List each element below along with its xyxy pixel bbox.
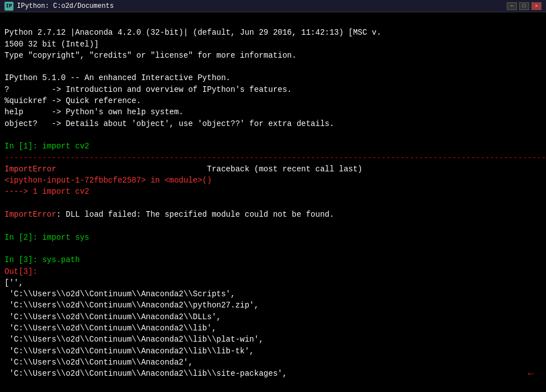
title-bar-controls[interactable]: ─ □ ✕ bbox=[507, 2, 542, 10]
line-1: Python 2.7.12 |Anaconda 4.2.0 (32-bit)| … bbox=[4, 28, 381, 37]
line-5: IPython 5.1.0 -- An enhanced Interactive… bbox=[4, 73, 230, 82]
line-6: ? -> Introduction and overview of IPytho… bbox=[4, 85, 291, 94]
close-button[interactable]: ✕ bbox=[531, 2, 542, 10]
syspath-2: 'C:\\Users\\o2d\\Continuum\\Anaconda2\\p… bbox=[4, 301, 259, 310]
syspath-1: 'C:\\Users\\o2d\\Continuum\\Anaconda2\\S… bbox=[4, 290, 235, 298]
line-2: 1500 32 bit (Intel)] bbox=[4, 40, 99, 49]
blank-2 bbox=[4, 130, 9, 139]
out-prompt-3: Out[3]: bbox=[4, 267, 38, 276]
dashed-line: ----------------------------------------… bbox=[4, 153, 546, 162]
error-header: ImportError Traceback (most recent call … bbox=[4, 165, 363, 174]
in-prompt-1: In [1]: import cv2 bbox=[4, 142, 89, 151]
blank-4 bbox=[4, 221, 9, 230]
line-3: Type "copyright", "credits" or "license"… bbox=[4, 51, 297, 60]
in-prompt-3: In [3]: sys.path bbox=[4, 255, 80, 264]
line-8: help -> Python's own help system. bbox=[4, 108, 183, 116]
blank-5 bbox=[4, 244, 9, 253]
line-7: %quickref -> Quick reference. bbox=[4, 96, 141, 105]
minimize-button[interactable]: ─ bbox=[507, 2, 517, 10]
syspath-4: 'C:\\Users\\o2d\\Continuum\\Anaconda2\\l… bbox=[4, 324, 216, 333]
syspath-3: 'C:\\Users\\o2d\\Continuum\\Anaconda2\\D… bbox=[4, 312, 221, 321]
line-9: object? -> Details about 'object', use '… bbox=[4, 119, 334, 128]
ipython-icon: IP bbox=[4, 2, 13, 11]
blank-1 bbox=[4, 62, 9, 71]
error-message: ImportError: DLL load failed: The specif… bbox=[4, 210, 334, 219]
red-arrow: ← bbox=[526, 366, 536, 381]
syspath-8-container: 'C:\\Users\\o2d\\Continuum\\Anaconda2\\l… bbox=[4, 368, 542, 379]
syspath-5: 'C:\\Users\\o2d\\Continuum\\Anaconda2\\l… bbox=[4, 335, 263, 344]
syspath-0: ['', bbox=[4, 278, 24, 287]
blank-3 bbox=[4, 199, 9, 208]
syspath-7: 'C:\\Users\\o2d\\Continuum\\Anaconda2', bbox=[4, 358, 193, 367]
terminal-content: Python 2.7.12 |Anaconda 4.2.0 (32-bit)| … bbox=[4, 28, 546, 392]
in-prompt-2: In [2]: import sys bbox=[4, 233, 89, 242]
title-bar-left: IP IPython: C:o2d/Documents bbox=[4, 2, 114, 11]
syspath-6: 'C:\\Users\\o2d\\Continuum\\Anaconda2\\l… bbox=[4, 347, 254, 356]
maximize-button[interactable]: □ bbox=[519, 2, 529, 10]
error-location: <ipython-input-1-72fbbcfe2587> in <modul… bbox=[4, 176, 212, 185]
syspath-8: 'C:\\Users\\o2d\\Continuum\\Anaconda2\\l… bbox=[4, 369, 287, 378]
terminal[interactable]: Python 2.7.12 |Anaconda 4.2.0 (32-bit)| … bbox=[0, 12, 546, 392]
window-title: IPython: C:o2d/Documents bbox=[17, 2, 114, 10]
title-bar: IP IPython: C:o2d/Documents ─ □ ✕ bbox=[0, 0, 546, 12]
error-arrow-line: ----> 1 import cv2 bbox=[4, 187, 89, 196]
